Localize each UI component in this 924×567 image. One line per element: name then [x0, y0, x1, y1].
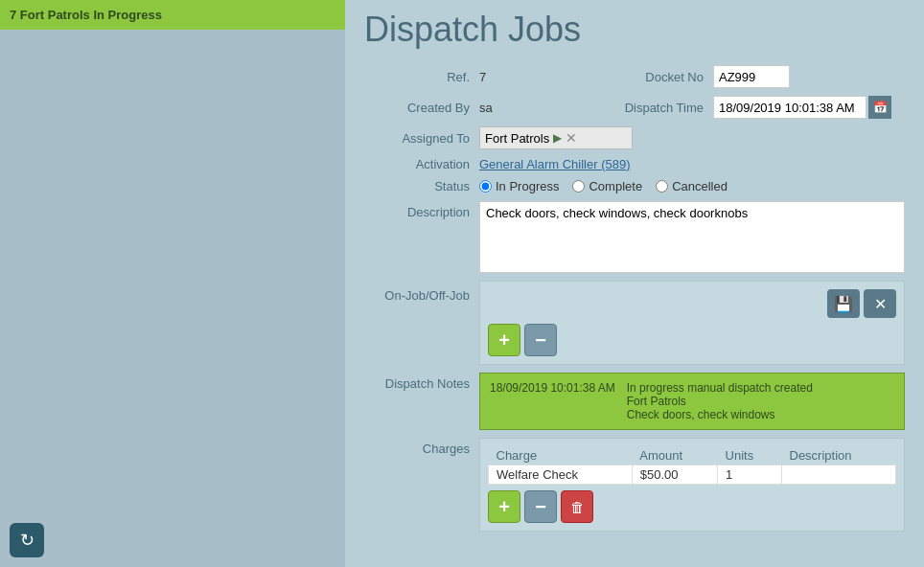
status-complete[interactable]: Complete — [572, 179, 642, 193]
row-createdby-dispatchtime: Created By sa Dispatch Time 📅 — [364, 96, 905, 119]
charges-table: Charge Amount Units Description Welfare … — [488, 446, 896, 485]
add-on-job-button[interactable]: + — [488, 324, 520, 356]
activation-label: Activation — [364, 157, 470, 171]
dispatch-note-line1: In progress manual dispatch created — [627, 381, 813, 395]
refresh-button[interactable]: ↻ — [10, 523, 44, 557]
activation-link[interactable]: General Alarm Chiller (589) — [479, 157, 631, 171]
created-by-value: sa — [479, 101, 493, 115]
created-by-label: Created By — [364, 101, 470, 115]
row-charges: Charges Charge Amount Units Description … — [364, 438, 905, 532]
on-job-label: On-Job/Off-Job — [364, 288, 470, 303]
row-dispatch-notes: Dispatch Notes 18/09/2019 10:01:38 AM In… — [364, 373, 905, 430]
form-area: Ref. 7 Docket No Created By sa Dispatch … — [364, 65, 905, 532]
add-remove-row: + − — [488, 324, 896, 356]
refresh-icon: ↻ — [20, 530, 35, 551]
row-on-job: On-Job/Off-Job 💾 ✕ + − — [364, 281, 905, 365]
delete-charge-button[interactable]: 🗑 — [561, 490, 593, 523]
row-status: Status In Progress Complete Cancelled — [364, 179, 905, 193]
sidebar-item-label: 7 Fort Patrols In Progress — [10, 8, 162, 22]
dispatch-note-time: 18/09/2019 10:01:38 AM — [490, 381, 615, 421]
docket-label: Docket No — [598, 70, 704, 84]
ref-label: Ref. — [364, 70, 470, 84]
charges-add-remove-row: + − 🗑 — [488, 490, 896, 523]
assigned-to-value: Fort Patrols ▶ ✕ — [479, 126, 633, 149]
page-title: Dispatch Jobs — [364, 10, 905, 50]
col-charge: Charge — [489, 446, 633, 465]
charge-amount: $50.00 — [632, 465, 717, 485]
status-label: Status — [364, 179, 470, 193]
dispatch-note-line2: Fort Patrols — [627, 395, 813, 408]
docket-input[interactable] — [713, 65, 790, 88]
dispatch-note-text: In progress manual dispatch created Fort… — [627, 381, 813, 421]
charges-panel: Charge Amount Units Description Welfare … — [479, 438, 905, 532]
sidebar: 7 Fort Patrols In Progress ↻ — [0, 0, 345, 567]
col-units: Units — [718, 446, 782, 465]
assigned-clear-button[interactable]: ✕ — [566, 130, 577, 146]
dispatch-notes-panel: 18/09/2019 10:01:38 AM In progress manua… — [479, 373, 905, 430]
cancel-button[interactable]: ✕ — [864, 289, 896, 318]
ref-value: 7 — [479, 70, 486, 84]
row-description: Description Check doors, check windows, … — [364, 201, 905, 273]
charges-label: Charges — [364, 442, 470, 456]
status-in-progress[interactable]: In Progress — [479, 179, 559, 193]
calendar-button[interactable]: 📅 — [868, 96, 891, 119]
description-textarea[interactable]: Check doors, check windows, check doorkn… — [479, 201, 905, 273]
status-cancelled[interactable]: Cancelled — [656, 179, 728, 193]
charge-description — [782, 465, 896, 485]
col-amount: Amount — [632, 446, 717, 465]
save-button[interactable]: 💾 — [827, 289, 860, 318]
dispatch-notes-label: Dispatch Notes — [364, 376, 470, 391]
charge-name: Welfare Check — [489, 465, 633, 485]
dispatch-note-line3: Check doors, check windows — [627, 408, 813, 421]
row-activation: Activation General Alarm Chiller (589) — [364, 157, 905, 171]
col-description: Description — [782, 446, 896, 465]
row-ref-docket: Ref. 7 Docket No — [364, 65, 905, 88]
assigned-arrow-icon: ▶ — [553, 131, 562, 145]
dispatch-note-row: 18/09/2019 10:01:38 AM In progress manua… — [490, 381, 894, 421]
status-radio-group: In Progress Complete Cancelled — [479, 179, 728, 193]
dispatch-time-input[interactable] — [713, 96, 866, 119]
row-assigned-to: Assigned To Fort Patrols ▶ ✕ — [364, 126, 905, 149]
charge-units: 1 — [718, 465, 782, 485]
remove-charge-button[interactable]: − — [524, 490, 557, 523]
main-content: Dispatch Jobs Ref. 7 Docket No Created B… — [345, 0, 924, 567]
description-label: Description — [364, 205, 470, 219]
save-cancel-row: 💾 ✕ — [488, 289, 896, 318]
remove-on-job-button[interactable]: − — [524, 324, 557, 356]
dispatch-time-label: Dispatch Time — [598, 101, 704, 115]
table-row: Welfare Check $50.00 1 — [489, 465, 896, 485]
add-charge-button[interactable]: + — [488, 490, 520, 523]
sidebar-item-fort-patrols[interactable]: 7 Fort Patrols In Progress — [0, 0, 345, 30]
assigned-to-label: Assigned To — [364, 131, 470, 146]
on-job-panel: 💾 ✕ + − — [479, 281, 905, 365]
